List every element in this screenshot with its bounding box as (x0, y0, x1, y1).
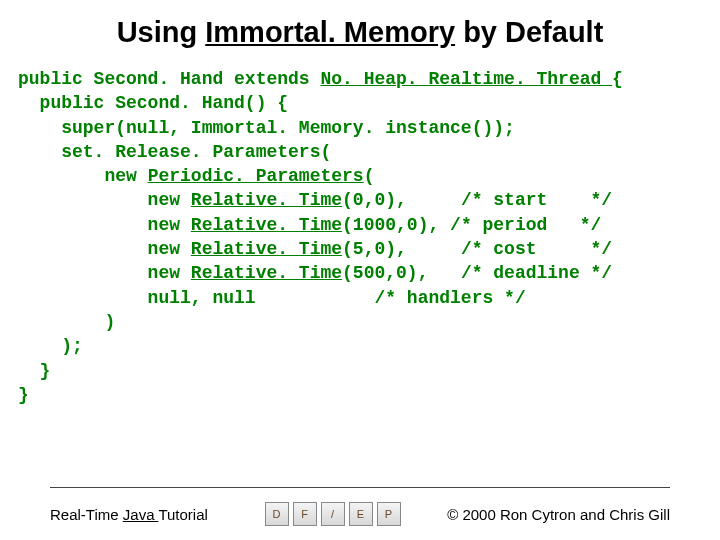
footer-left-post: Tutorial (158, 506, 207, 523)
code-l8b: (5,0), /* cost */ (342, 239, 612, 259)
nav-buttons: D F / E P (265, 502, 401, 526)
footer-right: © 2000 Ron Cytron and Chris Gill (447, 506, 670, 523)
code-l7a: new (18, 215, 191, 235)
code-l10: null, null /* handlers */ (18, 288, 526, 308)
divider (50, 487, 670, 488)
nav-slash-button[interactable]: / (321, 502, 345, 526)
code-l7b: (1000,0), /* period */ (342, 215, 601, 235)
code-block: public Second. Hand extends No. Heap. Re… (0, 67, 720, 407)
title-pre: Using (117, 16, 206, 48)
code-l14: } (18, 385, 29, 405)
code-l9b: (500,0), /* deadline */ (342, 263, 612, 283)
footer-left-pre: Real-Time (50, 506, 123, 523)
code-l5u: Periodic. Parameters (148, 166, 364, 186)
code-l1a: public Second. Hand extends (18, 69, 320, 89)
nav-p-button[interactable]: P (377, 502, 401, 526)
footer-left: Real-Time Java Tutorial (50, 506, 208, 523)
code-l8a: new (18, 239, 191, 259)
footer-right-text: 2000 Ron Cytron and Chris Gill (462, 506, 670, 523)
code-l11: ) (18, 312, 115, 332)
code-l2: public Second. Hand() { (18, 93, 288, 113)
title-post: by Default (455, 16, 603, 48)
code-l5a: new (18, 166, 148, 186)
footer: Real-Time Java Tutorial D F / E P © 2000… (0, 502, 720, 526)
code-l12: ); (18, 336, 83, 356)
code-l6u: Relative. Time (191, 190, 342, 210)
code-l6a: new (18, 190, 191, 210)
code-l7u: Relative. Time (191, 215, 342, 235)
title-underline: Immortal. Memory (205, 16, 455, 48)
code-l4: set. Release. Parameters( (18, 142, 331, 162)
code-l1u: No. Heap. Realtime. Thread (320, 69, 612, 89)
nav-f-button[interactable]: F (293, 502, 317, 526)
code-l6b: (0,0), /* start */ (342, 190, 612, 210)
code-l8u: Relative. Time (191, 239, 342, 259)
code-l13: } (18, 361, 50, 381)
code-l1b: { (612, 69, 623, 89)
code-l9a: new (18, 263, 191, 283)
code-l5b: ( (364, 166, 375, 186)
nav-e-button[interactable]: E (349, 502, 373, 526)
nav-doc-button[interactable]: D (265, 502, 289, 526)
copyright-icon: © (447, 506, 458, 523)
slide-title: Using Immortal. Memory by Default (0, 0, 720, 67)
code-l9u: Relative. Time (191, 263, 342, 283)
code-l3: super(null, Immortal. Memory. instance()… (18, 118, 515, 138)
footer-left-ul: Java (123, 506, 159, 523)
